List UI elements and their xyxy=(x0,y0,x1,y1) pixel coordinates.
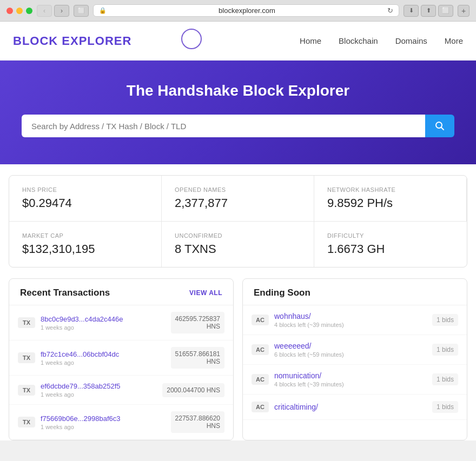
tx-info: fb72c1ce46...06bcbf04dc 1 weeks ago xyxy=(41,350,166,366)
list-item: AC criticaltiming/ 1 bids xyxy=(243,395,467,420)
back-button[interactable]: ‹ xyxy=(37,5,52,17)
traffic-lights xyxy=(6,8,32,14)
ending-name[interactable]: wohnhaus/ xyxy=(274,312,427,320)
bids-badge: 1 bids xyxy=(432,373,458,385)
bids-badge: 1 bids xyxy=(432,401,458,413)
tx-badge: TX xyxy=(18,385,35,396)
difficulty-value: 1.6673 GH xyxy=(327,242,454,256)
bids-badge: 1 bids xyxy=(432,344,458,356)
tx-amount: 516557.866181 HNS xyxy=(171,347,224,369)
site-content: BLOCK EXPLORER 🤝 Home Blockchain Domains… xyxy=(0,22,476,440)
opened-names-value: 2,377,877 xyxy=(175,196,301,210)
stat-hns-price: HNS PRICE $0.29474 xyxy=(9,176,162,221)
tx-hash[interactable]: fb72c1ce46...06bcbf04dc xyxy=(41,350,166,358)
tx-amount: 462595.725837 HNS xyxy=(171,312,224,333)
ending-name[interactable]: criticaltiming/ xyxy=(274,403,427,411)
tx-time: 1 weeks ago xyxy=(41,359,166,366)
tx-time: 1 weeks ago xyxy=(41,391,157,398)
tx-info: ef6dcbde79...358ab252f5 1 weeks ago xyxy=(41,382,157,398)
browser-titlebar: ‹ › ⬜ 🔒 blockexplorer.com ↻ ⬇ ⬆ ⬜ + xyxy=(0,0,476,21)
site-header: BLOCK EXPLORER 🤝 Home Blockchain Domains… xyxy=(0,22,476,61)
tx-hash[interactable]: 8bc0c9e9d3...c4da2c446e xyxy=(41,315,166,323)
nav-blockchain[interactable]: Blockchain xyxy=(339,36,378,45)
tx-hash[interactable]: ef6dcbde79...358ab252f5 xyxy=(41,382,157,390)
site-nav: Home Blockchain Domains More xyxy=(300,36,463,45)
list-item: AC weeeeeed/ 6 blocks left (~59 minutes)… xyxy=(243,335,467,365)
transactions-list: TX 8bc0c9e9d3...c4da2c446e 1 weeks ago 4… xyxy=(9,305,233,440)
table-row: TX 8bc0c9e9d3...c4da2c446e 1 weeks ago 4… xyxy=(9,305,233,340)
share-icon[interactable]: ⬆ xyxy=(421,5,436,17)
view-all-transactions-link[interactable]: VIEW ALL xyxy=(189,289,222,297)
tx-info: f75669b06e...2998baf6c3 1 weeks ago xyxy=(41,415,166,430)
recent-transactions-header: Recent Transactions VIEW ALL xyxy=(9,279,233,305)
ac-badge: AC xyxy=(252,374,269,385)
market-cap-value: $132,310,195 xyxy=(22,242,148,256)
market-cap-label: MARKET CAP xyxy=(22,232,148,239)
new-tab-button[interactable]: + xyxy=(458,5,470,17)
nav-more[interactable]: More xyxy=(445,36,463,45)
search-bar xyxy=(22,115,454,137)
hero-banner: The Handshake Block Explorer xyxy=(0,61,476,164)
stat-unconfirmed: UNCONFIRMED 8 TXNS xyxy=(162,221,314,267)
ending-name[interactable]: nomunication/ xyxy=(274,371,427,380)
tx-time: 1 weeks ago xyxy=(41,424,166,430)
stat-market-cap: MARKET CAP $132,310,195 xyxy=(9,221,162,267)
stat-network-hashrate: NETWORK HASHRATE 9.8592 PH/s xyxy=(314,176,467,221)
recent-transactions-title: Recent Transactions xyxy=(20,288,110,298)
tabs-icon[interactable]: ⬜ xyxy=(74,5,89,17)
svg-point-0 xyxy=(182,29,201,49)
table-row: TX fb72c1ce46...06bcbf04dc 1 weeks ago 5… xyxy=(9,340,233,376)
site-logo[interactable]: BLOCK EXPLORER xyxy=(13,34,131,48)
ac-badge: AC xyxy=(252,315,269,325)
unconfirmed-label: UNCONFIRMED xyxy=(175,232,301,239)
stat-difficulty: DIFFICULTY 1.6673 GH xyxy=(314,221,467,267)
reader-icon[interactable]: ⬜ xyxy=(438,5,453,17)
tx-badge: TX xyxy=(18,417,35,427)
ending-info: criticaltiming/ xyxy=(274,403,427,411)
ending-info: wohnhaus/ 4 blocks left (~39 minutes) xyxy=(274,312,427,328)
tx-info: 8bc0c9e9d3...c4da2c446e 1 weeks ago xyxy=(41,315,166,331)
ending-info: weeeeeed/ 6 blocks left (~59 minutes) xyxy=(274,342,427,358)
tx-amount: 2000.044700 HNS xyxy=(162,383,224,397)
svg-line-3 xyxy=(441,128,444,130)
hero-title: The Handshake Block Explorer xyxy=(13,82,463,99)
hns-price-value: $0.29474 xyxy=(22,196,148,210)
list-item: AC wohnhaus/ 4 blocks left (~39 minutes)… xyxy=(243,305,467,335)
tx-hash[interactable]: f75669b06e...2998baf6c3 xyxy=(41,415,166,423)
nav-home[interactable]: Home xyxy=(300,36,321,45)
search-icon xyxy=(435,121,445,131)
ac-badge: AC xyxy=(252,344,269,355)
toolbar-icons: ⬇ ⬆ ⬜ xyxy=(404,5,453,17)
ending-time: 6 blocks left (~59 minutes) xyxy=(274,351,427,358)
ending-soon-list: AC wohnhaus/ 4 blocks left (~39 minutes)… xyxy=(243,305,467,420)
close-button[interactable] xyxy=(6,8,13,14)
download-icon[interactable]: ⬇ xyxy=(404,5,419,17)
recent-transactions-card: Recent Transactions VIEW ALL TX 8bc0c9e9… xyxy=(9,278,234,440)
forward-button[interactable]: › xyxy=(54,5,69,17)
ending-time: 4 blocks left (~39 minutes) xyxy=(274,381,427,387)
tx-badge: TX xyxy=(18,317,35,328)
ending-soon-header: Ending Soon xyxy=(243,279,467,305)
stats-panel: HNS PRICE $0.29474 OPENED NAMES 2,377,87… xyxy=(9,175,467,268)
network-hashrate-value: 9.8592 PH/s xyxy=(327,196,453,210)
list-item: AC nomunication/ 4 blocks left (~39 minu… xyxy=(243,365,467,395)
tx-badge: TX xyxy=(18,352,35,363)
search-input[interactable] xyxy=(22,115,425,137)
refresh-icon[interactable]: ↻ xyxy=(387,6,393,15)
tx-amount: 227537.886620 HNS xyxy=(171,411,224,433)
opened-names-label: OPENED NAMES xyxy=(175,186,301,193)
nav-domains[interactable]: Domains xyxy=(395,36,427,45)
stat-opened-names: OPENED NAMES 2,377,877 xyxy=(162,176,314,221)
tx-time: 1 weeks ago xyxy=(41,324,166,331)
logo-icon: 🤝 xyxy=(181,28,202,54)
difficulty-label: DIFFICULTY xyxy=(327,232,454,239)
search-button[interactable] xyxy=(425,115,454,137)
maximize-button[interactable] xyxy=(26,8,32,14)
ac-badge: AC xyxy=(252,402,269,412)
ending-soon-card: Ending Soon AC wohnhaus/ 4 blocks left (… xyxy=(242,278,467,440)
ending-name[interactable]: weeeeeed/ xyxy=(274,342,427,350)
bids-badge: 1 bids xyxy=(432,314,458,326)
browser-chrome: ‹ › ⬜ 🔒 blockexplorer.com ↻ ⬇ ⬆ ⬜ + xyxy=(0,0,476,22)
minimize-button[interactable] xyxy=(16,8,23,14)
address-bar[interactable]: 🔒 blockexplorer.com ↻ xyxy=(93,4,399,17)
